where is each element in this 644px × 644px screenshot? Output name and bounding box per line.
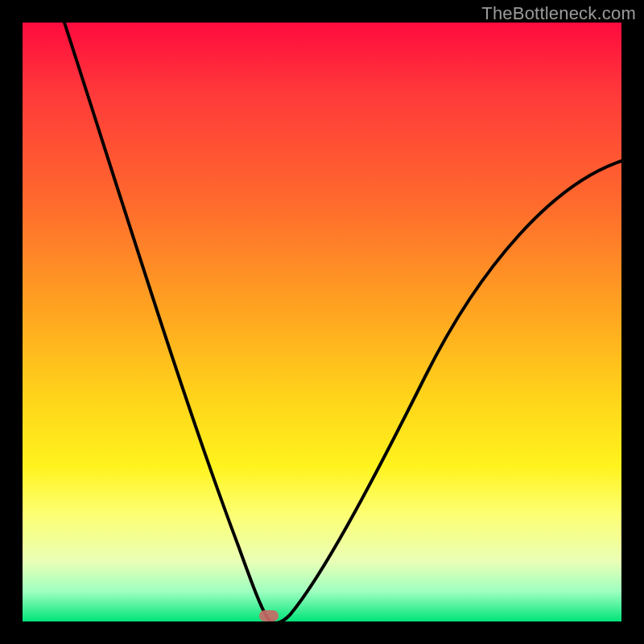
watermark-text: TheBottleneck.com [481,3,636,24]
bottleneck-curve [23,23,621,621]
optimum-marker [259,610,279,621]
chart-frame: TheBottleneck.com [0,0,644,644]
curve-path [64,23,621,623]
